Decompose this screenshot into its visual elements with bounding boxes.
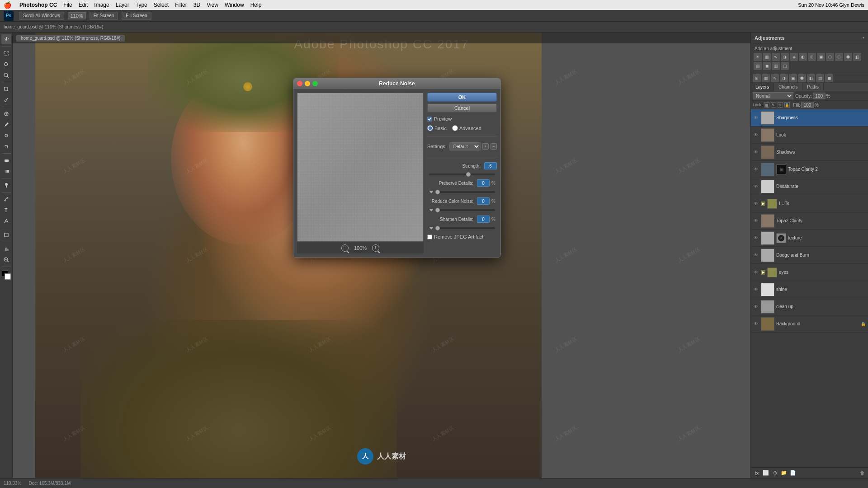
lasso-tool[interactable] [1, 59, 11, 69]
layer-look[interactable]: 👁 Look [751, 127, 868, 144]
layer-shadows[interactable]: 👁 Shadows [751, 144, 868, 161]
lock-image-icon[interactable]: ✎ [771, 102, 776, 108]
layer-visibility-look[interactable]: 👁 [753, 132, 759, 138]
prop-icon-2[interactable]: ▦ [762, 74, 770, 82]
close-button[interactable] [297, 81, 302, 86]
crop-tool[interactable] [1, 84, 11, 94]
preview-area[interactable] [297, 93, 424, 242]
menubar-help[interactable]: Help [250, 2, 262, 8]
clone-stamp-tool[interactable] [1, 131, 11, 141]
reduce-color-noise-slider[interactable] [435, 209, 495, 211]
new-fill-adj-button[interactable]: ⊕ [771, 469, 779, 477]
shape-tool[interactable] [1, 230, 11, 240]
zoom-out-icon[interactable] [341, 244, 349, 252]
bw-adj[interactable]: ▣ [817, 53, 825, 61]
layer-eyes[interactable]: 👁 ▶ eyes [751, 264, 868, 281]
delete-layer-button[interactable]: 🗑 [858, 469, 866, 477]
menubar-select[interactable]: Select [154, 2, 169, 8]
text-tool[interactable]: T [1, 205, 11, 215]
prop-icon-6[interactable]: ⬢ [798, 74, 806, 82]
marquee-tool[interactable] [1, 48, 11, 58]
layer-texture[interactable]: 👁 ● texture [751, 230, 868, 247]
vibrance-adj[interactable]: ◈ [790, 53, 798, 61]
eraser-tool[interactable] [1, 155, 11, 165]
history-brush-tool[interactable] [1, 141, 11, 151]
prop-icon-7[interactable]: ◧ [807, 74, 815, 82]
channel-mixer-adj[interactable]: ⊟ [835, 53, 843, 61]
brush-tool[interactable] [1, 120, 11, 130]
lock-all-icon[interactable]: 🔒 [784, 102, 790, 108]
preserve-details-input[interactable] [477, 179, 490, 187]
prop-icon-5[interactable]: ▣ [789, 74, 797, 82]
scroll-all-windows-btn[interactable]: Scroll All Windows [19, 12, 64, 20]
settings-save-icon[interactable]: + [482, 143, 489, 150]
layer-visibility-desaturate[interactable]: 👁 [753, 183, 759, 190]
layer-shine[interactable]: 👁 shine [751, 281, 868, 298]
lock-transparent-icon[interactable]: ▦ [764, 102, 769, 108]
preview-checkbox[interactable] [427, 117, 432, 122]
layer-dodge-burn[interactable]: 👁 Dodge and Burn [751, 247, 868, 264]
layer-topaz-clarity-2[interactable]: 👁 ▣ Topaz Clarity 2 [751, 161, 868, 178]
channels-tab[interactable]: Channels [774, 83, 802, 91]
zoom-in-icon[interactable] [372, 244, 379, 252]
layer-visibility-topaz[interactable]: 👁 [753, 218, 759, 224]
basic-radio-option[interactable]: Basic [427, 125, 447, 131]
sharpen-details-input[interactable] [477, 216, 490, 223]
layer-visibility-background[interactable]: 👁 [753, 321, 759, 327]
lock-position-icon[interactable]: ✛ [778, 102, 783, 108]
hsl-adj[interactable]: ◐ [799, 53, 807, 61]
color-balance-adj[interactable]: ⊞ [808, 53, 816, 61]
menubar-type[interactable]: Type [136, 2, 147, 8]
zoom-tool[interactable] [1, 255, 11, 265]
settings-delete-icon[interactable]: − [491, 143, 497, 150]
prop-icon-1[interactable]: ⊞ [753, 74, 761, 82]
menubar-filter[interactable]: Filter [175, 2, 187, 8]
path-selection-tool[interactable] [1, 216, 11, 226]
ok-button[interactable]: OK [427, 93, 497, 102]
layer-sharpness[interactable]: 👁 Sharpness [751, 109, 868, 127]
strength-input[interactable] [484, 162, 497, 169]
layer-visibility-cleanup[interactable]: 👁 [753, 304, 759, 310]
layer-visibility-sharpness[interactable]: 👁 [753, 115, 759, 121]
prop-icon-4[interactable]: ◑ [780, 74, 788, 82]
layer-fx-button[interactable]: fx [753, 469, 761, 477]
layer-visibility-shine[interactable]: 👁 [753, 286, 759, 293]
fill-screen-btn[interactable]: Fill Screen [122, 12, 151, 20]
layer-topaz-clarity[interactable]: 👁 Topaz Clarity [751, 212, 868, 230]
threshold-adj[interactable]: ◼ [763, 62, 771, 70]
healing-brush-tool[interactable] [1, 109, 11, 119]
layer-desaturate[interactable]: 👁 Desaturate [751, 178, 868, 195]
blend-mode-select[interactable]: Normal [753, 92, 793, 99]
layer-luts[interactable]: 👁 ▶ LUTs [751, 195, 868, 212]
hand-tool[interactable] [1, 244, 11, 254]
posterize-adj[interactable]: ▤ [754, 62, 762, 70]
eyedropper-tool[interactable] [1, 95, 11, 105]
strength-slider[interactable] [429, 174, 495, 175]
exposure-adj[interactable]: ◑ [781, 53, 789, 61]
paths-tab[interactable]: Paths [802, 83, 824, 91]
layer-visibility-luts[interactable]: 👁 [753, 201, 759, 207]
new-group-button[interactable]: 📁 [780, 469, 788, 477]
new-layer-button[interactable]: 📄 [789, 469, 797, 477]
opacity-input[interactable] [813, 93, 826, 99]
settings-dropdown[interactable]: Default [449, 142, 481, 150]
menubar-image[interactable]: Image [94, 2, 109, 8]
layer-visibility-topaz2[interactable]: 👁 [753, 166, 759, 173]
dodge-tool[interactable] [1, 180, 11, 190]
invert-adj[interactable]: ◧ [853, 53, 861, 61]
fit-screen-btn[interactable]: Fit Screen [90, 12, 118, 20]
move-tool[interactable] [1, 34, 11, 44]
fill-input[interactable] [801, 102, 814, 108]
layer-visibility-shadows[interactable]: 👁 [753, 149, 759, 155]
prop-icon-9[interactable]: ◼ [825, 74, 833, 82]
layer-visibility-dodge[interactable]: 👁 [753, 252, 759, 258]
menubar-view[interactable]: View [207, 2, 218, 8]
foreground-background-colors[interactable] [2, 271, 11, 280]
maximize-button[interactable] [312, 81, 318, 86]
curves-adj[interactable]: ∿ [772, 53, 780, 61]
layer-mask-button[interactable]: ⬜ [762, 469, 770, 477]
color-lookup-adj[interactable]: ⬢ [844, 53, 852, 61]
remove-jpeg-checkbox[interactable] [427, 235, 432, 239]
adjustments-panel-header[interactable]: Adjustments ▾ [751, 33, 868, 43]
zoom-input[interactable] [68, 12, 86, 19]
